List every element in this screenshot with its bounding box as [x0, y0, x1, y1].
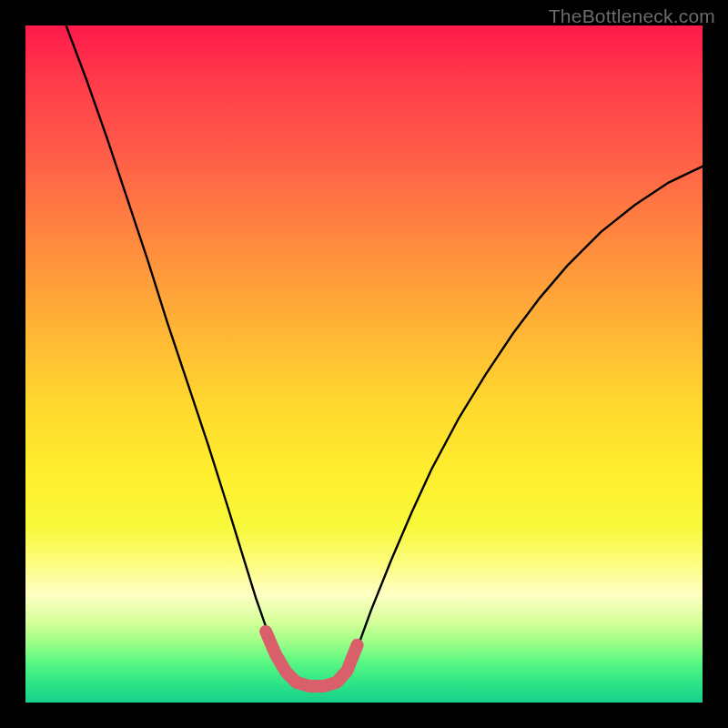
plot-area [25, 25, 703, 703]
main-curve [66, 25, 703, 686]
watermark-text: TheBottleneck.com [549, 5, 715, 27]
highlight-segment [266, 632, 358, 686]
curve-layer [25, 25, 703, 703]
chart-frame: TheBottleneck.com [0, 0, 728, 728]
